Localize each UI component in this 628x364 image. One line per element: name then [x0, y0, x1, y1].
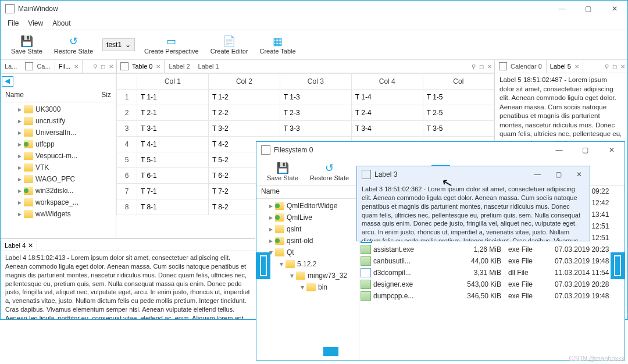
- tree-item[interactable]: ▸UniversalIn...: [3, 127, 113, 138]
- col-header[interactable]: Col 3: [280, 74, 351, 90]
- tab-calendar0[interactable]: Calendar 0: [495, 60, 546, 73]
- col-header[interactable]: Col 1: [137, 74, 209, 90]
- tab-la[interactable]: La...: [1, 60, 21, 73]
- tree-item[interactable]: ▾Qt: [267, 247, 356, 258]
- menu-view[interactable]: View: [23, 19, 48, 27]
- tab-label1[interactable]: Label 1: [194, 60, 223, 73]
- close-icon[interactable]: ✕: [620, 63, 625, 70]
- tree-item[interactable]: ▸QmlEditorWidge: [267, 200, 356, 212]
- cell[interactable]: T 3-4: [351, 121, 423, 137]
- tree-item[interactable]: ▾mingw73_32: [267, 270, 356, 281]
- row-header[interactable]: 8: [117, 199, 137, 215]
- cell[interactable]: T 3-2: [208, 121, 280, 137]
- close-icon[interactable]: ✕: [156, 63, 160, 70]
- row-header[interactable]: 6: [117, 168, 137, 184]
- minimize-button[interactable]: —: [527, 166, 548, 183]
- close-icon[interactable]: ✕: [109, 63, 113, 70]
- tree-item[interactable]: ▸WAGO_PFC: [3, 173, 113, 185]
- tree-item[interactable]: ▸VTK: [3, 162, 113, 173]
- col-name[interactable]: Name: [256, 185, 359, 198]
- row-header[interactable]: 4: [117, 137, 137, 152]
- create-table-button[interactable]: ▦Create Table: [254, 34, 301, 56]
- tree-item[interactable]: ▸uncrustify: [3, 115, 113, 127]
- expand-icon[interactable]: ▸: [16, 105, 24, 113]
- expand-icon[interactable]: ▾: [277, 260, 286, 268]
- cell[interactable]: T 8-1: [137, 199, 209, 215]
- expand-icon[interactable]: ▸: [16, 175, 24, 183]
- tree-item[interactable]: ▸qsint-old: [267, 235, 356, 247]
- tab-ca[interactable]: Ca...: [21, 60, 54, 73]
- undock-icon[interactable]: ◻: [479, 63, 484, 70]
- close-icon[interactable]: ✕: [487, 63, 492, 70]
- cell[interactable]: T 1-2: [208, 90, 280, 105]
- col-header[interactable]: Col: [423, 74, 494, 90]
- cell[interactable]: T 1-3: [280, 90, 351, 105]
- expand-icon[interactable]: ▸: [16, 198, 24, 206]
- file-row[interactable]: assistant.exe1,26 MiBexe File07.03.2019 …: [359, 244, 625, 255]
- cell[interactable]: T 2-3: [280, 105, 351, 121]
- undock-icon[interactable]: ◻: [612, 63, 617, 70]
- expand-icon[interactable]: ▸: [16, 117, 24, 125]
- expand-icon[interactable]: ▸: [267, 237, 275, 245]
- close-button[interactable]: ✕: [598, 142, 625, 158]
- expand-icon[interactable]: ▾: [288, 272, 296, 280]
- cell[interactable]: T 1-5: [423, 90, 494, 105]
- col-size[interactable]: Siz: [97, 89, 116, 102]
- expand-icon[interactable]: ▸: [16, 163, 24, 172]
- tree-item[interactable]: ▾bin: [267, 281, 356, 293]
- tab-label5[interactable]: Label 5✕: [546, 60, 583, 73]
- cell[interactable]: T 2-4: [351, 105, 423, 121]
- row-header[interactable]: 2: [117, 105, 137, 121]
- col-header[interactable]: Col 4: [351, 74, 423, 90]
- tree-item[interactable]: ▸workspace_...: [3, 197, 113, 208]
- expand-icon[interactable]: ▸: [267, 225, 275, 233]
- tab-fil[interactable]: Fil...✕: [55, 60, 83, 73]
- dock-handle-right[interactable]: [611, 252, 625, 279]
- titlebar[interactable]: MainWindow — ▢ ✕: [1, 1, 627, 17]
- cell[interactable]: T 2-2: [208, 105, 280, 121]
- dock-handle-left[interactable]: [256, 252, 270, 279]
- file-row[interactable]: canbusutil...44,00 KiBexe File07.03.2019…: [359, 255, 625, 267]
- tab-label2[interactable]: Label 2: [165, 60, 194, 73]
- cell[interactable]: T 7-1: [137, 184, 209, 199]
- expand-icon[interactable]: ▸: [16, 187, 24, 195]
- cell[interactable]: T 6-1: [137, 168, 209, 184]
- file-row[interactable]: designer.exe543,00 KiBexe File07.03.2019…: [359, 279, 625, 290]
- cell[interactable]: T 3-5: [423, 121, 494, 137]
- row-header[interactable]: 3: [117, 121, 137, 137]
- cell[interactable]: T 2-5: [423, 105, 494, 121]
- maximize-button[interactable]: ▢: [548, 166, 569, 183]
- titlebar[interactable]: Filesystem 0 — ▢ ✕: [256, 142, 625, 158]
- close-icon[interactable]: ✕: [74, 63, 78, 70]
- pin-icon[interactable]: ⚲: [605, 63, 609, 70]
- col-name[interactable]: Name: [1, 89, 97, 102]
- expand-icon[interactable]: ▸: [16, 152, 24, 160]
- menu-file[interactable]: File: [3, 19, 23, 27]
- close-button[interactable]: ✕: [569, 166, 590, 183]
- cell[interactable]: T 3-3: [280, 121, 351, 137]
- close-icon[interactable]: ✕: [28, 242, 33, 249]
- tree-item[interactable]: ▸win32diski...: [3, 185, 113, 197]
- create-editor-button[interactable]: 📄Create Editor: [205, 34, 254, 56]
- tree-item[interactable]: ▾5.12.2: [267, 258, 356, 270]
- pin-icon[interactable]: ⚲: [93, 63, 97, 70]
- cell[interactable]: T 4-1: [137, 137, 209, 152]
- tree-item[interactable]: ▸utfcpp: [3, 138, 113, 150]
- cell[interactable]: T 1-4: [351, 90, 423, 105]
- titlebar[interactable]: Label 3 — ▢ ✕: [357, 166, 590, 183]
- maximize-button[interactable]: ▢: [572, 142, 598, 158]
- menu-about[interactable]: About: [48, 19, 75, 27]
- tree-item[interactable]: ▸Vespucci-m...: [3, 150, 113, 162]
- tree-item[interactable]: ▸wwWidgets: [3, 208, 113, 220]
- cell[interactable]: T 3-1: [137, 121, 209, 137]
- cell[interactable]: T 2-1: [137, 105, 209, 121]
- file-row[interactable]: dumpcpp.e...346,50 KiBexe File07.03.2019…: [359, 290, 625, 302]
- cell[interactable]: T 5-1: [137, 152, 209, 168]
- close-button[interactable]: ✕: [601, 1, 627, 17]
- perspective-combo[interactable]: test1⌄: [102, 38, 135, 51]
- maximize-button[interactable]: ▢: [575, 1, 601, 17]
- cell[interactable]: T 1-1: [137, 90, 209, 105]
- tab-table0[interactable]: Table 0✕: [116, 60, 165, 73]
- expand-icon[interactable]: ▸: [267, 213, 275, 222]
- row-header[interactable]: 1: [117, 90, 137, 105]
